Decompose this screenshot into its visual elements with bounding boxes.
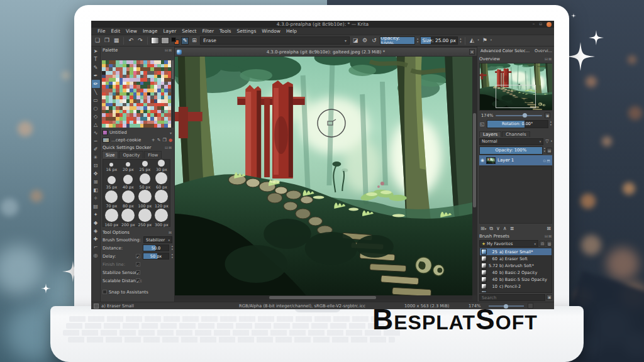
brush-size-option[interactable]: 100 px xyxy=(136,190,153,209)
assistants-tool[interactable]: ✚ xyxy=(92,235,100,243)
delete-palette-icon[interactable]: ● xyxy=(169,138,172,143)
edit-palette-icon[interactable]: ✎ xyxy=(157,138,161,143)
snapshot-flag-icon[interactable]: ⚑ xyxy=(481,37,489,45)
menu-edit[interactable]: Edit xyxy=(109,28,123,34)
menu-select[interactable]: Select xyxy=(179,28,199,34)
blend-mode-dropdown[interactable]: Normal▾ xyxy=(479,138,543,145)
tab-size[interactable]: Size xyxy=(102,151,118,158)
reload-preset-icon[interactable]: ↺ xyxy=(370,37,378,45)
brush-size-option[interactable]: 120 px xyxy=(153,190,170,209)
crop-tool[interactable]: ⊞ xyxy=(92,178,100,186)
palette-docker-header[interactable]: Palette⊟⊠ xyxy=(101,47,174,53)
opacity-spinner[interactable]: ▴▾ xyxy=(417,38,418,44)
scalable-distance-checkbox[interactable]: ✓ xyxy=(136,278,140,283)
layer-opacity-spinner[interactable]: ▴▾ xyxy=(544,147,545,153)
search-options-icon[interactable]: ▣ xyxy=(547,294,552,300)
menu-window[interactable]: Window xyxy=(259,28,283,34)
display-mode-icon[interactable]: ▥ xyxy=(547,241,552,246)
app-titlebar[interactable]: 4.3.0-prealpha (git 8c9b10e): * — Krita … xyxy=(91,21,554,28)
freehand-path-tool[interactable]: ∽ xyxy=(92,137,100,145)
brush-size-option[interactable]: 20 px xyxy=(120,160,137,172)
tab-flow[interactable]: Flow xyxy=(144,151,162,158)
brush-editor-icon[interactable]: ✎ xyxy=(181,37,189,45)
tool-options-header[interactable]: Tool Options⊠ xyxy=(101,229,174,236)
text-tool[interactable]: T xyxy=(92,55,100,63)
fg-bg-colors[interactable] xyxy=(171,37,179,45)
size-slider[interactable]: Size: 25.00 px xyxy=(420,36,458,45)
brush-preset-row[interactable]: 10c) Pencil-2 xyxy=(480,283,552,290)
brush-search-input[interactable] xyxy=(479,294,545,301)
layer-options-icon[interactable]: ▤ xyxy=(547,148,552,153)
layer-properties-button[interactable]: ≣ xyxy=(510,226,514,231)
move-layer-up-button[interactable]: ∧ xyxy=(503,226,507,231)
transform-tool[interactable]: ⊡ xyxy=(92,162,100,170)
rotation-spinner[interactable]: ▴▾ xyxy=(550,121,552,127)
docker-float-close-icons[interactable]: ⊟⊠ xyxy=(165,48,172,52)
distance-input[interactable]: 50.0 xyxy=(143,244,169,251)
eraser-mode-icon[interactable]: ◪ xyxy=(352,37,359,45)
pattern-edit-tool[interactable]: ▤ xyxy=(92,202,100,211)
docker-float-close-icons[interactable]: ⊟⊠ xyxy=(545,57,552,61)
edit-shapes-tool[interactable]: ✎ xyxy=(92,63,100,72)
multibrush-tool[interactable]: ✳ xyxy=(92,153,100,162)
workspace-grid-icon[interactable]: ⊞ xyxy=(191,37,198,45)
brush-presets-header[interactable]: Brush Presets⊟⊠ xyxy=(477,233,554,239)
smart-patch-tool[interactable]: ✦ xyxy=(92,211,100,219)
delete-layer-button[interactable]: ⊠ xyxy=(547,226,551,231)
mirror-icon[interactable]: ◭ xyxy=(469,37,476,45)
overview-view-rect[interactable] xyxy=(496,85,536,108)
preserve-alpha-icon[interactable]: ⚙ xyxy=(361,37,369,45)
smoothing-dropdown[interactable]: Stabilizer▾ xyxy=(143,236,172,243)
minimize-button[interactable]: – xyxy=(533,22,535,26)
distance-spinner[interactable]: ▴▾ xyxy=(172,245,173,251)
statusbar-brush-icon[interactable] xyxy=(94,304,99,309)
brush-size-option[interactable]: 200 px xyxy=(120,209,137,228)
zoom-tool[interactable]: ◎ xyxy=(92,251,100,260)
overview-zoom-reset[interactable]: ▣ xyxy=(545,112,550,118)
brush-preset-row[interactable]: 60a) Eraser Soft xyxy=(480,255,552,262)
calligraphy-tool[interactable]: ✒ xyxy=(92,72,100,80)
finish-line-checkbox[interactable]: ✓ xyxy=(136,262,140,266)
size-spinner[interactable]: ▴▾ xyxy=(460,38,461,44)
palette-swatch[interactable] xyxy=(168,124,172,128)
canvas-vscrollbar[interactable] xyxy=(472,57,477,295)
tab-overview[interactable]: Overvi... xyxy=(533,48,554,54)
fill-tool[interactable]: ◆ xyxy=(92,219,100,227)
pattern-chooser[interactable] xyxy=(161,37,169,44)
docker-close-icon[interactable]: ⊠ xyxy=(169,230,172,234)
document-tab-bar[interactable]: 4.3.0-prealpha (git 8c9b10e): galteed.jp… xyxy=(175,48,477,57)
open-document-icon[interactable]: ❐ xyxy=(103,37,111,45)
flag-dropdown[interactable]: ▾ xyxy=(491,39,492,42)
save-icon[interactable]: ▦ xyxy=(113,37,120,45)
menu-filter[interactable]: Filter xyxy=(199,28,216,34)
overview-header[interactable]: Overview⊟⊠ xyxy=(477,55,554,62)
brush-size-option[interactable]: 60 px xyxy=(153,172,170,190)
overview-zoom-slider[interactable] xyxy=(496,115,542,116)
layer-opacity-slider[interactable]: Opacity: 100% xyxy=(479,146,543,155)
enclose-fill-tool[interactable]: ◈ xyxy=(92,227,100,235)
close-button[interactable] xyxy=(547,22,552,27)
stabilize-sensors-checkbox[interactable]: ✓ xyxy=(136,270,140,275)
layer-visibility-icon[interactable]: ◉ xyxy=(480,158,484,163)
tab-channels[interactable]: Channels xyxy=(502,131,530,137)
brush-preset-row[interactable] xyxy=(480,290,552,293)
document-close-icon[interactable]: ✕ xyxy=(469,49,475,55)
layer-list-empty[interactable] xyxy=(479,166,552,224)
shape-select-tool[interactable]: ➤ xyxy=(92,47,100,55)
brush-size-option[interactable]: 25 px xyxy=(136,160,153,172)
brush-size-option[interactable]: 35 px xyxy=(103,172,120,190)
palette-name-dropdown[interactable]: ▾ xyxy=(170,131,172,135)
polygon-tool[interactable]: ◇ xyxy=(92,112,100,121)
brush-preset-row[interactable]: 25a) Eraser Small* xyxy=(480,248,552,255)
bezier-curve-tool[interactable]: ∿ xyxy=(92,129,100,137)
color-sampler-tool[interactable]: ✧ xyxy=(92,194,100,202)
brush-size-option[interactable]: 50 px xyxy=(136,172,153,190)
rotation-input[interactable]: Rotation: 0.00° xyxy=(487,120,548,128)
canvas-painting[interactable] xyxy=(175,57,472,295)
brush-size-option[interactable]: 250 px xyxy=(136,209,153,228)
brush-preset-row[interactable]: 5.72b) Airbrush Soft* xyxy=(480,262,552,269)
delay-input[interactable]: 50 px xyxy=(143,253,169,260)
menu-help[interactable]: Help xyxy=(284,28,299,34)
blending-mode-combo[interactable]: Erase▾ xyxy=(200,36,350,45)
freehand-brush-tool[interactable]: ✏ xyxy=(92,80,100,88)
